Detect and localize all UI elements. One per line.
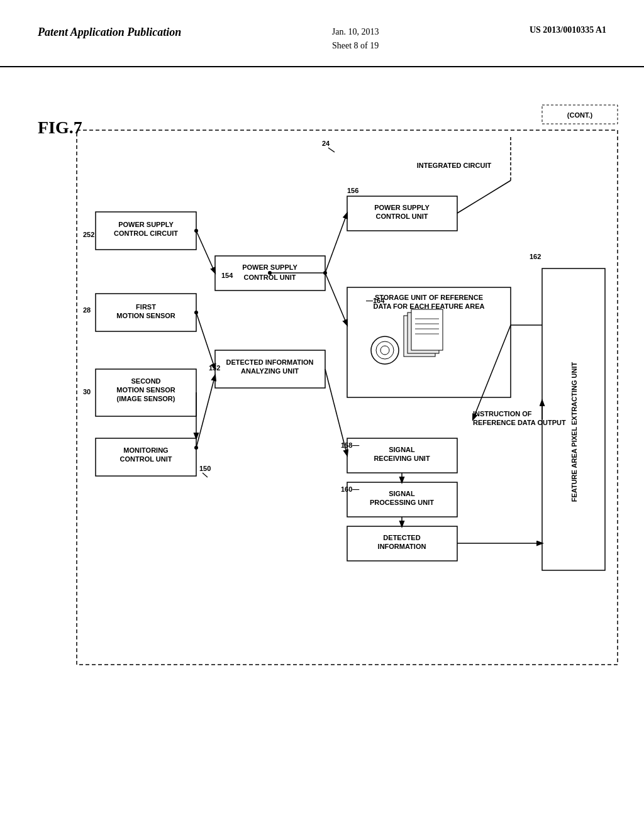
svg-text:252: 252 <box>83 231 94 238</box>
svg-text:INFORMATION: INFORMATION <box>378 543 426 550</box>
publication-label: Patent Application Publication <box>38 25 181 40</box>
svg-text:FIRST: FIRST <box>136 303 156 311</box>
svg-text:SIGNAL: SIGNAL <box>389 490 415 497</box>
svg-text:DETECTED: DETECTED <box>383 534 420 541</box>
svg-line-71 <box>196 375 215 448</box>
svg-text:SECOND: SECOND <box>131 377 160 385</box>
svg-line-68 <box>196 313 215 369</box>
svg-text:24: 24 <box>322 140 330 147</box>
svg-point-72 <box>194 446 198 450</box>
svg-text:(IMAGE SENSOR): (IMAGE SENSOR) <box>117 395 175 402</box>
svg-text:150: 150 <box>199 465 211 472</box>
svg-text:FEATURE AREA PIXEL EXTRACTING : FEATURE AREA PIXEL EXTRACTING UNIT <box>570 362 578 502</box>
svg-point-49 <box>376 341 394 359</box>
svg-text:CONTROL UNIT: CONTROL UNIT <box>376 213 428 220</box>
svg-line-4 <box>328 148 335 152</box>
svg-text:CONTROL CIRCUIT: CONTROL CIRCUIT <box>114 230 178 237</box>
svg-text:PROCESSING UNIT: PROCESSING UNIT <box>370 499 434 506</box>
svg-line-73 <box>325 213 347 273</box>
svg-text:DETECTED INFORMATION: DETECTED INFORMATION <box>226 358 313 366</box>
svg-text:(CONT.): (CONT.) <box>567 111 593 119</box>
svg-text:30: 30 <box>83 388 91 396</box>
svg-text:STORAGE UNIT OF REFERENCE: STORAGE UNIT OF REFERENCE <box>375 294 483 301</box>
svg-line-22 <box>203 473 208 477</box>
svg-text:INTEGRATED CIRCUIT: INTEGRATED CIRCUIT <box>417 162 492 169</box>
svg-line-66 <box>196 231 215 273</box>
sheet-number: Sheet 8 of 19 <box>332 41 379 50</box>
svg-text:154: 154 <box>221 272 233 279</box>
svg-text:REFERENCE DATA OUTPUT: REFERENCE DATA OUTPUT <box>473 419 566 426</box>
date: Jan. 10, 2013 <box>332 27 379 36</box>
svg-point-67 <box>194 229 198 233</box>
svg-text:MOTION SENSOR: MOTION SENSOR <box>116 386 175 394</box>
svg-point-48 <box>371 336 399 364</box>
svg-point-50 <box>380 346 389 355</box>
svg-text:INSTRUCTION OF: INSTRUCTION OF <box>473 410 532 418</box>
svg-text:POWER SUPPLY: POWER SUPPLY <box>242 263 297 271</box>
patent-diagram: text { font-family: Arial, sans-serif; f… <box>0 86 644 809</box>
svg-text:160—: 160— <box>341 485 359 493</box>
svg-line-80 <box>473 325 511 419</box>
svg-text:SIGNAL: SIGNAL <box>389 446 415 453</box>
svg-line-76 <box>325 369 347 455</box>
diagram-area: FIG.7 text { font-family: Arial, sans-se… <box>0 67 644 822</box>
svg-rect-43 <box>411 309 443 350</box>
svg-text:156: 156 <box>347 187 358 194</box>
svg-text:MONITORING: MONITORING <box>123 446 168 454</box>
page-header: Patent Application Publication Jan. 10, … <box>0 0 644 67</box>
sheet-info: Jan. 10, 2013 Sheet 8 of 19 <box>332 25 379 53</box>
svg-text:28: 28 <box>83 306 91 314</box>
svg-text:RECEIVING UNIT: RECEIVING UNIT <box>374 455 430 462</box>
svg-line-83 <box>457 180 511 213</box>
svg-text:MOTION SENSOR: MOTION SENSOR <box>116 312 175 319</box>
svg-text:DATA FOR EACH FEATURE AREA: DATA FOR EACH FEATURE AREA <box>373 302 484 310</box>
svg-text:162: 162 <box>530 253 541 260</box>
svg-text:ANALYZING UNIT: ANALYZING UNIT <box>241 367 299 375</box>
svg-line-75 <box>325 273 347 325</box>
svg-text:CONTROL UNIT: CONTROL UNIT <box>120 455 172 463</box>
patent-number: US 2013/0010335 A1 <box>530 25 606 35</box>
svg-point-86 <box>268 271 272 275</box>
svg-text:POWER SUPPLY: POWER SUPPLY <box>374 204 430 211</box>
svg-text:POWER SUPPLY: POWER SUPPLY <box>118 221 174 228</box>
svg-point-69 <box>194 311 198 314</box>
